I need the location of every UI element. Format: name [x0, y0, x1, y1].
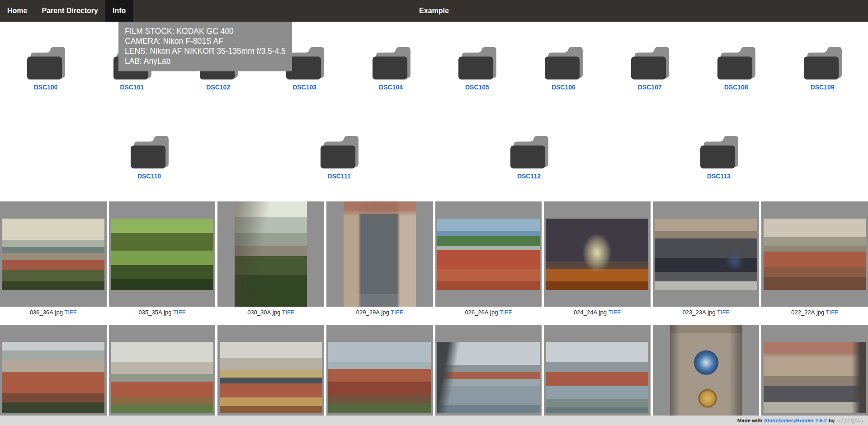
thumbnail-caption: 036_36A.jpg TIFF: [0, 307, 107, 325]
folder-icon[interactable]: [457, 45, 497, 81]
photo-thumbnail[interactable]: [328, 342, 431, 413]
tiff-link[interactable]: TIFF: [173, 309, 185, 316]
folder-icon[interactable]: [629, 45, 670, 81]
folder-item[interactable]: DSC110: [108, 134, 190, 180]
folder-glyph: [629, 45, 670, 81]
thumbnail-cell: [435, 201, 542, 307]
photo-thumbnail[interactable]: [437, 219, 540, 290]
folder-item[interactable]: DSC104: [350, 45, 432, 91]
folder-item[interactable]: DSC109: [782, 45, 863, 91]
folder-icon[interactable]: [802, 45, 843, 81]
thumbnail-caption: 023_23A.jpg TIFF: [653, 307, 760, 325]
nav-item-info[interactable]: Info: [105, 0, 133, 22]
photo-thumbnail[interactable]: [655, 219, 757, 290]
folder-link[interactable]: DSC106: [552, 84, 576, 91]
photo-thumbnail[interactable]: [546, 342, 648, 413]
photo-thumbnail[interactable]: [111, 342, 213, 413]
tiff-link[interactable]: TIFF: [391, 309, 403, 316]
filename-label: 029_29A.jpg: [356, 309, 389, 316]
thumbnail-caption: 035_35A.jpg TIFF: [109, 307, 216, 325]
folder-link[interactable]: DSC112: [517, 173, 541, 180]
folder-icon[interactable]: [543, 45, 584, 81]
footer-period: .: [862, 418, 863, 423]
tooltip-line: CAMERA: Nikon F-801S AF: [125, 36, 286, 46]
tiff-link[interactable]: TIFF: [717, 309, 729, 316]
tiff-link[interactable]: TIFF: [64, 309, 76, 316]
thumbnail-item: [326, 325, 433, 425]
folder-item[interactable]: DSC112: [488, 134, 570, 180]
folder-glyph: [371, 45, 411, 81]
folder-item[interactable]: DSC100: [5, 45, 86, 91]
folder-glyph: [698, 134, 739, 170]
folder-item[interactable]: DSC108: [695, 45, 777, 91]
thumbnail-cell: [435, 325, 542, 425]
photo-thumbnail[interactable]: [111, 219, 213, 290]
tooltip-line: LENS: Nikon AF NIKKOR 35-135mm f/3.5-4.5: [125, 46, 286, 56]
folder-link[interactable]: DSC104: [379, 84, 403, 91]
photo-thumbnail[interactable]: [670, 325, 742, 425]
footer-made-with: Made with: [737, 418, 763, 423]
folder-glyph: [509, 134, 549, 170]
folder-glyph: [457, 45, 497, 81]
nav-item-home[interactable]: Home: [0, 0, 34, 22]
thumbnail-cell: [544, 325, 651, 425]
thumbnail-cell: [326, 325, 433, 425]
folder-link[interactable]: DSC113: [707, 173, 731, 180]
folder-icon[interactable]: [371, 45, 411, 81]
photo-thumbnail[interactable]: [235, 201, 307, 307]
folder-item[interactable]: DSC113: [678, 134, 760, 180]
filename-label: 030_30A.jpg: [247, 309, 280, 316]
thumbnail-item: 023_23A.jpg TIFF: [653, 201, 760, 325]
tiff-link[interactable]: TIFF: [500, 309, 512, 316]
photo-thumbnail[interactable]: [344, 201, 416, 307]
photo-thumbnail[interactable]: [2, 219, 104, 290]
footer-bar: Made with StaticGalleryBuilder 2.6.2 by …: [0, 416, 868, 425]
folder-glyph: [716, 45, 756, 81]
thumbnail-cell: [109, 325, 216, 425]
thumbnail-cell: [217, 325, 324, 425]
tiff-link[interactable]: TIFF: [826, 309, 838, 316]
srgn-logo[interactable]: </srgn>: [837, 417, 861, 424]
folder-item[interactable]: DSC106: [523, 45, 604, 91]
folder-glyph: [25, 45, 66, 81]
folder-icon[interactable]: [698, 134, 739, 170]
photo-thumbnail[interactable]: [437, 342, 540, 413]
thumbnail-item: 026_26A.jpg TIFF: [435, 201, 542, 325]
filename-label: 026_26A.jpg: [465, 309, 498, 316]
folder-icon[interactable]: [319, 134, 359, 170]
photo-thumbnail[interactable]: [764, 219, 866, 290]
folder-link[interactable]: DSC111: [327, 173, 350, 180]
folder-link[interactable]: DSC110: [137, 173, 161, 180]
thumbnail-cell: [326, 201, 433, 307]
folder-link[interactable]: DSC100: [33, 84, 57, 91]
builder-link[interactable]: StaticGalleryBuilder 2.6.2: [764, 418, 827, 423]
nav-item-parent-directory[interactable]: Parent Directory: [34, 0, 105, 22]
tiff-link[interactable]: TIFF: [608, 309, 620, 316]
folder-icon[interactable]: [129, 134, 170, 170]
folder-icon[interactable]: [25, 45, 66, 81]
folder-icon[interactable]: [716, 45, 756, 81]
folder-item[interactable]: DSC107: [609, 45, 690, 91]
thumbnail-cell: [0, 325, 107, 425]
folder-glyph: [802, 45, 843, 81]
folder-link[interactable]: DSC109: [811, 84, 835, 91]
photo-thumbnail[interactable]: [764, 342, 866, 413]
thumbnail-item: [653, 325, 760, 425]
thumbnail-item: [217, 325, 324, 425]
folder-icon[interactable]: [509, 134, 549, 170]
photo-thumbnail[interactable]: [220, 342, 322, 413]
folder-item[interactable]: DSC111: [298, 134, 380, 180]
folder-item[interactable]: DSC105: [436, 45, 518, 91]
photo-grid: 036_36A.jpg TIFF035_35A.jpg TIFF030_30A.…: [0, 201, 868, 425]
folder-link[interactable]: DSC103: [292, 84, 316, 91]
photo-thumbnail[interactable]: [546, 219, 648, 290]
tiff-link[interactable]: TIFF: [282, 309, 294, 316]
tooltip-line: FILM STOCK: KODAK GC 400: [125, 26, 286, 36]
folder-link[interactable]: DSC102: [206, 84, 230, 91]
folder-link[interactable]: DSC108: [724, 84, 748, 91]
folder-link[interactable]: DSC101: [120, 84, 144, 91]
folder-link[interactable]: DSC107: [638, 84, 662, 91]
filename-label: 022_22A.jpg: [791, 309, 824, 316]
photo-thumbnail[interactable]: [2, 342, 104, 413]
folder-link[interactable]: DSC105: [465, 84, 489, 91]
